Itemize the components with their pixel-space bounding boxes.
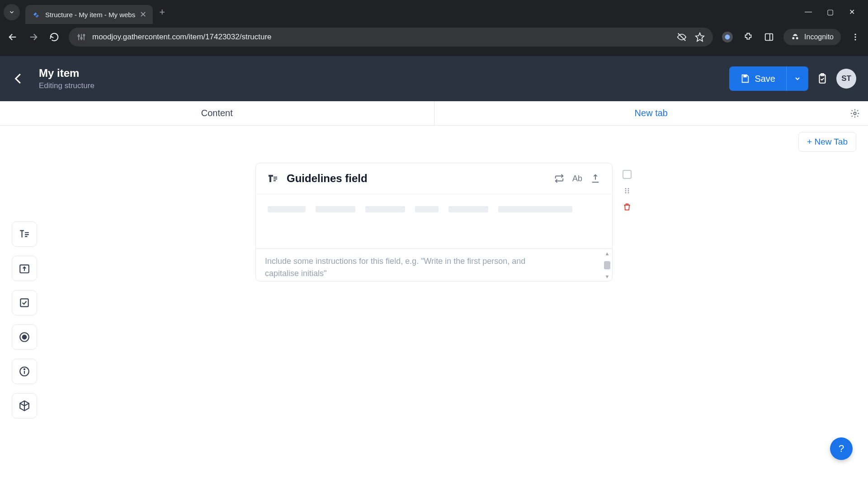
radio-icon — [19, 331, 30, 343]
rail-checkbox-field[interactable] — [12, 290, 37, 315]
page-subtitle: Editing structure — [39, 81, 94, 90]
header-actions: Save ST — [729, 66, 856, 91]
tab-strip: Structure - My item - My webs ✕ + ― ▢ ✕ — [0, 0, 868, 24]
app-header: My item Editing structure Save ST — [0, 56, 868, 101]
svg-rect-12 — [765, 34, 773, 41]
tab-search-dropdown[interactable] — [4, 4, 20, 20]
incognito-label: Incognito — [804, 33, 834, 41]
back-icon[interactable] — [6, 31, 19, 43]
new-tab-row: + New Tab — [0, 126, 868, 158]
svg-point-14 — [854, 34, 856, 35]
skeleton-bar — [316, 206, 355, 212]
tab-content[interactable]: Content — [0, 101, 434, 125]
visibility-off-icon[interactable] — [677, 32, 687, 42]
skeleton-bar — [448, 206, 488, 212]
text-case-button[interactable]: Ab — [572, 174, 582, 183]
info-icon — [19, 366, 30, 377]
svg-point-30 — [23, 335, 27, 339]
profile-switch-icon[interactable] — [721, 31, 734, 43]
gear-icon — [850, 108, 860, 118]
svg-point-5 — [78, 35, 80, 37]
text-icon — [19, 228, 30, 240]
field-header-actions: Ab — [554, 174, 600, 183]
rail-guidelines-field[interactable] — [12, 359, 37, 384]
tab-new[interactable]: New tab — [434, 101, 868, 125]
svg-rect-28 — [20, 299, 28, 306]
instructions-textarea[interactable]: Include some instructions for this field… — [256, 249, 612, 281]
nav-bar: moodjoy.gathercontent.com/item/17423032/… — [0, 24, 868, 50]
help-label: ? — [839, 443, 844, 455]
svg-point-24 — [628, 190, 629, 192]
svg-point-20 — [854, 112, 856, 115]
minimize-icon[interactable]: ― — [804, 8, 813, 16]
side-panel-icon[interactable] — [763, 31, 775, 43]
text-field-icon — [268, 173, 278, 184]
incognito-indicator[interactable]: Incognito — [783, 29, 841, 45]
skeleton-bar — [365, 206, 405, 212]
upload-icon — [19, 263, 30, 274]
close-icon[interactable]: ✕ — [847, 8, 856, 16]
extensions-icon[interactable] — [742, 31, 755, 43]
help-button[interactable]: ? — [830, 437, 853, 460]
url-text: moodjoy.gathercontent.com/item/17423032/… — [92, 33, 272, 42]
user-avatar[interactable]: ST — [836, 69, 856, 89]
url-bar[interactable]: moodjoy.gathercontent.com/item/17423032/… — [69, 28, 713, 47]
forward-icon[interactable] — [27, 31, 40, 43]
scroll-thumb[interactable] — [604, 261, 610, 269]
svg-point-15 — [854, 36, 856, 38]
export-icon[interactable] — [590, 174, 600, 183]
add-tab-button[interactable]: + New Tab — [798, 132, 856, 152]
scroll-down-icon[interactable]: ▼ — [605, 274, 610, 279]
clipboard-icon — [816, 73, 828, 84]
header-back-button[interactable] — [12, 72, 25, 85]
url-actions — [677, 32, 705, 42]
page-title: My item — [39, 67, 94, 80]
skeleton-bar — [268, 206, 306, 212]
select-checkbox[interactable] — [622, 169, 632, 179]
drag-handle-icon[interactable] — [622, 186, 632, 196]
guidelines-field-card: Guidelines field Ab — [255, 163, 613, 282]
svg-point-7 — [83, 34, 85, 36]
clipboard-button[interactable] — [816, 73, 828, 84]
svg-point-25 — [625, 192, 627, 193]
save-button[interactable]: Save — [729, 66, 786, 91]
tabs-settings-button[interactable] — [850, 108, 860, 118]
repeat-icon[interactable] — [554, 174, 564, 183]
maximize-icon[interactable]: ▢ — [826, 8, 835, 16]
avatar-initials: ST — [841, 74, 851, 83]
skeleton-bar — [498, 206, 572, 212]
favicon-icon — [32, 10, 41, 19]
tab-close-icon[interactable]: ✕ — [140, 9, 146, 19]
svg-point-26 — [628, 192, 629, 193]
save-dropdown-button[interactable] — [786, 66, 808, 91]
field-header: Guidelines field Ab — [256, 163, 612, 194]
save-icon — [740, 74, 750, 84]
field-types-rail — [12, 221, 37, 418]
window-controls: ― ▢ ✕ — [804, 8, 864, 16]
rail-attachment-field[interactable] — [12, 256, 37, 281]
browser-menu-icon[interactable] — [849, 31, 862, 43]
svg-point-22 — [628, 188, 629, 189]
site-settings-icon[interactable] — [77, 33, 86, 42]
delete-icon[interactable] — [622, 202, 632, 212]
bookmark-star-icon[interactable] — [695, 32, 705, 42]
rail-radio-field[interactable] — [12, 324, 37, 350]
scrollbar[interactable]: ▲ ▼ — [603, 251, 611, 279]
save-label: Save — [755, 74, 775, 84]
svg-point-21 — [625, 188, 627, 189]
scroll-up-icon[interactable]: ▲ — [605, 251, 610, 256]
svg-marker-9 — [696, 33, 704, 41]
rail-text-field[interactable] — [12, 221, 37, 247]
incognito-icon — [791, 33, 800, 42]
svg-point-33 — [24, 369, 25, 370]
svg-point-23 — [625, 190, 627, 192]
svg-point-16 — [854, 39, 856, 40]
field-title[interactable]: Guidelines field — [287, 172, 368, 185]
svg-point-6 — [80, 38, 82, 39]
rail-component-field[interactable] — [12, 393, 37, 418]
save-button-group: Save — [729, 66, 808, 91]
browser-tab[interactable]: Structure - My item - My webs ✕ — [25, 5, 153, 24]
reload-icon[interactable] — [48, 31, 61, 43]
cube-icon — [19, 400, 30, 412]
new-browser-tab-button[interactable]: + — [159, 6, 165, 18]
